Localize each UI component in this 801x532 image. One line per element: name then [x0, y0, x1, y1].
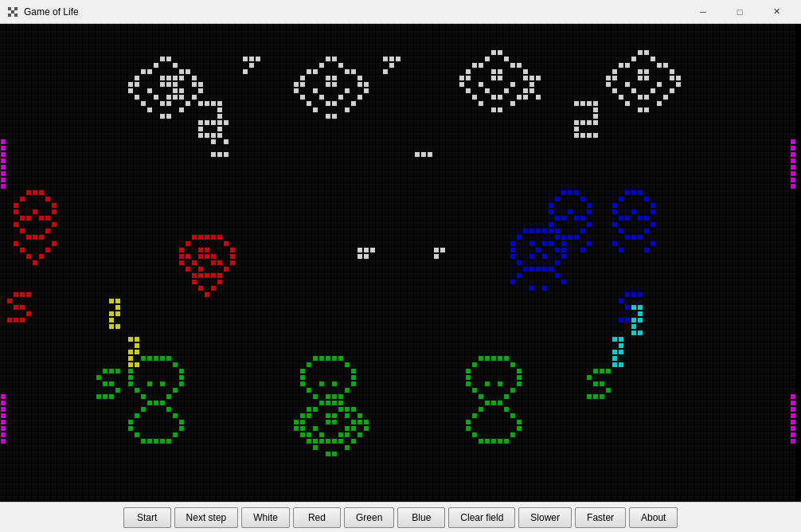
svg-rect-1 — [14, 7, 18, 10]
start-button[interactable]: Start — [123, 507, 171, 528]
clear-field-button[interactable]: Clear field — [448, 507, 515, 528]
minimize-button[interactable]: ─ — [685, 0, 721, 24]
close-button[interactable]: ✕ — [758, 0, 795, 24]
green-button[interactable]: Green — [344, 507, 394, 528]
svg-rect-0 — [8, 7, 11, 10]
about-button[interactable]: About — [629, 507, 678, 528]
game-canvas[interactable] — [0, 24, 801, 502]
blue-button[interactable]: Blue — [397, 507, 445, 528]
faster-button[interactable]: Faster — [575, 507, 626, 528]
slower-button[interactable]: Slower — [518, 507, 572, 528]
game-area[interactable] — [0, 24, 801, 502]
toolbar: StartNext stepWhiteRedGreenBlueClear fie… — [0, 502, 801, 532]
svg-rect-2 — [11, 10, 14, 14]
next-step-button[interactable]: Next step — [174, 507, 239, 528]
app-title: Game of Life — [24, 6, 685, 18]
svg-rect-4 — [14, 14, 18, 17]
title-bar: Game of Life ─ □ ✕ — [0, 0, 801, 24]
maximize-button[interactable]: □ — [721, 0, 758, 24]
app-icon — [6, 6, 19, 18]
window-controls: ─ □ ✕ — [685, 0, 795, 24]
red-button[interactable]: Red — [293, 507, 341, 528]
white-button[interactable]: White — [241, 507, 290, 528]
svg-rect-3 — [8, 14, 11, 17]
